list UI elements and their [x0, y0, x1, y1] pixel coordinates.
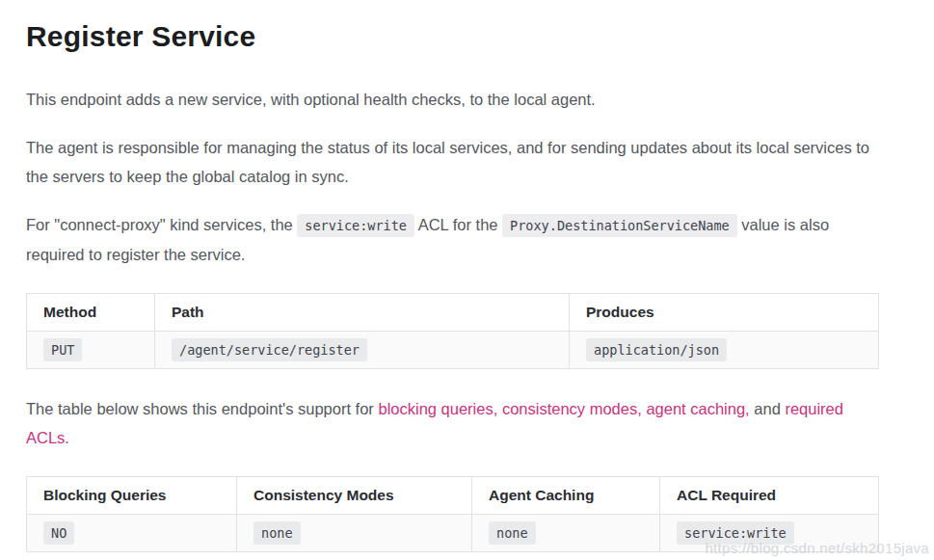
support-table-header-row: Blocking Queries Consistency Modes Agent…: [27, 477, 879, 515]
method-code: PUT: [43, 338, 82, 361]
agent-caching-code: none: [489, 521, 536, 545]
page-title: Register Service: [26, 18, 878, 55]
blocking-queries-code: NO: [43, 521, 74, 545]
paragraph-connect-proxy: For "connect-proxy" kind services, the s…: [26, 210, 878, 269]
text-segment: ACL for the: [414, 216, 502, 233]
column-header-agent-caching: Agent Caching: [472, 477, 660, 515]
text-segment: The table below shows this endpoint's su…: [26, 400, 378, 417]
cell-path: /agent/service/register: [155, 332, 570, 369]
column-header-acl-required: ACL Required: [660, 477, 879, 515]
paragraph-agent-role: The agent is responsible for managing th…: [26, 133, 878, 191]
text-segment: For "connect-proxy" kind services, the: [26, 216, 297, 233]
column-header-produces: Produces: [570, 294, 879, 332]
column-header-method: Method: [27, 294, 155, 332]
column-header-blocking-queries: Blocking Queries: [27, 477, 237, 515]
column-header-path: Path: [155, 294, 570, 332]
cell-consistency-modes: none: [237, 515, 472, 552]
cell-agent-caching: none: [472, 515, 660, 552]
inline-code-proxy-destination-service-name: Proxy.DestinationServiceName: [502, 214, 737, 237]
link-blocking-queries[interactable]: blocking queries,: [378, 400, 497, 417]
produces-code: application/json: [586, 338, 727, 361]
consistency-modes-code: none: [254, 521, 301, 545]
endpoint-table: Method Path Produces PUT /agent/service/…: [26, 293, 879, 369]
text-segment: and: [750, 400, 786, 417]
paragraph-intro: This endpoint adds a new service, with o…: [26, 85, 878, 114]
endpoint-table-row: PUT /agent/service/register application/…: [27, 332, 879, 369]
watermark: https://blog.csdn.net/skh2015java: [705, 540, 929, 556]
endpoint-table-header-row: Method Path Produces: [27, 294, 879, 332]
inline-code-service-write: service:write: [297, 214, 414, 237]
cell-produces: application/json: [570, 332, 879, 369]
paragraph-support-intro: The table below shows this endpoint's su…: [26, 394, 878, 452]
cell-method: PUT: [27, 332, 155, 369]
main-content: Register Service This endpoint adds a ne…: [26, 0, 878, 560]
cell-blocking-queries: NO: [27, 515, 237, 552]
link-agent-caching[interactable]: agent caching,: [646, 400, 749, 417]
link-consistency-modes[interactable]: consistency modes,: [502, 400, 642, 417]
column-header-consistency-modes: Consistency Modes: [237, 477, 472, 515]
path-code: /agent/service/register: [172, 338, 367, 361]
